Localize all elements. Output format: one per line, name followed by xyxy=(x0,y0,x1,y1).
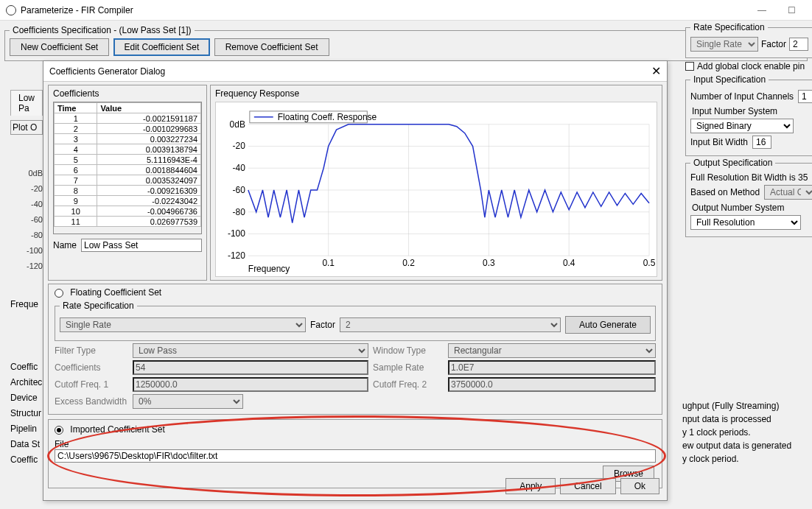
dialog-rate-select[interactable]: Single Rate xyxy=(60,317,306,332)
coefficients-panel: Coefficients TimeValue 1-0.0021591187 2-… xyxy=(48,85,207,281)
frequency-response-chart: Floating Coeff. Response 0dB-20-40-60-80… xyxy=(215,102,657,277)
apply-button[interactable]: Apply xyxy=(505,478,556,494)
table-row: 55.1116943E-4 xyxy=(55,155,201,165)
chart-legend-label: Floating Coeff. Response xyxy=(278,112,377,122)
minimize-button[interactable]: — xyxy=(747,5,777,15)
floating-coefficient-radio[interactable] xyxy=(55,289,63,298)
num-input-channels[interactable]: 1 xyxy=(798,90,812,103)
window-type-select[interactable]: Rectangular xyxy=(448,343,656,358)
rate-select[interactable]: Single Rate xyxy=(690,37,758,52)
svg-text:-40: -40 xyxy=(233,163,246,173)
table-row: 70.0035324097 xyxy=(55,175,201,186)
svg-text:-80: -80 xyxy=(233,207,246,217)
close-icon[interactable]: ✕ xyxy=(651,64,661,78)
imported-coefficient-radio[interactable] xyxy=(55,426,63,435)
rate-factor-value: 2 xyxy=(789,38,808,51)
remove-coefficient-set-button[interactable]: Remove Coefficient Set xyxy=(214,38,329,56)
add-global-clock-checkbox[interactable]: Add global clock enable pin xyxy=(685,61,812,71)
app-icon xyxy=(6,5,16,15)
svg-text:-60: -60 xyxy=(233,185,246,195)
tab-low-pass[interactable]: Low Pa xyxy=(10,90,43,116)
input-number-system-select[interactable]: Signed Binary xyxy=(690,119,794,133)
table-row: 110.026977539 xyxy=(55,217,201,227)
table-row: 1-0.0021591187 xyxy=(55,113,201,124)
input-specification-group: Input Specification Number of Input Chan… xyxy=(685,74,812,156)
filter-type-select[interactable]: Low Pass xyxy=(133,343,368,358)
table-row: 60.0018844604 xyxy=(55,165,201,175)
plot-options-legend: Plot O xyxy=(10,120,43,135)
ok-button[interactable]: Ok xyxy=(620,478,659,494)
output-number-system-select[interactable]: Full Resolution xyxy=(690,215,801,230)
table-row: 9-0.02243042 xyxy=(55,196,201,206)
sample-rate-input[interactable] xyxy=(448,360,656,375)
coefficient-set-name-input[interactable] xyxy=(81,239,202,252)
svg-text:-100: -100 xyxy=(228,228,245,239)
throughput-info: ughput (Fully Streaming) nput data is pr… xyxy=(682,398,808,467)
file-path-input[interactable] xyxy=(55,449,656,463)
svg-text:0dB: 0dB xyxy=(230,119,245,130)
coefficients-spec-legend: Coefficients Specification - (Low Pass S… xyxy=(10,25,195,35)
table-row: 8-0.009216309 xyxy=(55,186,201,196)
coefficients-input[interactable] xyxy=(133,360,368,375)
auto-generate-button[interactable]: Auto Generate xyxy=(565,316,651,334)
coefficients-generator-dialog: Coefficients Generator Dialog ✕ Coeffici… xyxy=(43,60,668,501)
svg-text:0.1: 0.1 xyxy=(322,258,335,268)
coefficients-table: TimeValue 1-0.0021591187 2-0.0010299683 … xyxy=(54,102,201,227)
svg-text:-120: -120 xyxy=(228,250,245,261)
table-row: 2-0.0010299683 xyxy=(55,124,201,134)
window-title: Parameterize - FIR Compiler xyxy=(21,5,133,15)
input-bit-width[interactable]: 16 xyxy=(752,136,771,149)
svg-text:0.3: 0.3 xyxy=(483,258,495,268)
svg-text:Frequency: Frequency xyxy=(248,264,290,274)
window-titlebar: Parameterize - FIR Compiler — ☐ xyxy=(0,0,812,21)
dialog-factor-select[interactable]: 2 xyxy=(340,317,561,332)
left-side-labels: Coeffic Architec Device Structur Pipelin… xyxy=(10,357,42,470)
excess-bandwidth-select[interactable]: 0% xyxy=(133,394,243,409)
frequency-axis-label: Freque xyxy=(10,299,43,309)
based-on-method-select[interactable]: Actual Coeffi xyxy=(764,185,812,200)
frequency-response-panel: Frequency Response Floating Coeff. Respo… xyxy=(210,85,662,281)
coefficients-table-scroll[interactable]: TimeValue 1-0.0021591187 2-0.0010299683 … xyxy=(53,102,202,234)
table-row: 40.0039138794 xyxy=(55,144,201,155)
maximize-button[interactable]: ☐ xyxy=(777,5,806,15)
svg-text:-20: -20 xyxy=(233,141,246,151)
output-specification-group: Output Specification Full Resolution Bit… xyxy=(685,158,812,237)
dialog-title: Coefficients Generator Dialog xyxy=(49,66,165,77)
cutoff2-input[interactable] xyxy=(448,377,656,392)
table-row: 30.003227234 xyxy=(55,134,201,144)
cancel-button[interactable]: Cancel xyxy=(560,478,615,494)
table-row: 10-0.004966736 xyxy=(55,206,201,217)
floating-coefficient-set-group: Floating Coefficient Set Rate Specificat… xyxy=(48,284,662,415)
rate-specification-group: Rate Specification Single Rate Factor 2 xyxy=(685,22,812,58)
edit-coefficient-set-button[interactable]: Edit Coefficient Set xyxy=(113,38,211,56)
svg-text:0.5: 0.5 xyxy=(643,258,656,268)
svg-text:0.4: 0.4 xyxy=(563,258,575,268)
new-coefficient-set-button[interactable]: New Coefficient Set xyxy=(10,38,109,56)
left-background-panel: Low Pa Plot O 0dB -20 -40 -60 -80 -100 -… xyxy=(10,90,43,309)
cutoff1-input[interactable] xyxy=(133,377,368,392)
svg-text:0.2: 0.2 xyxy=(402,258,415,268)
